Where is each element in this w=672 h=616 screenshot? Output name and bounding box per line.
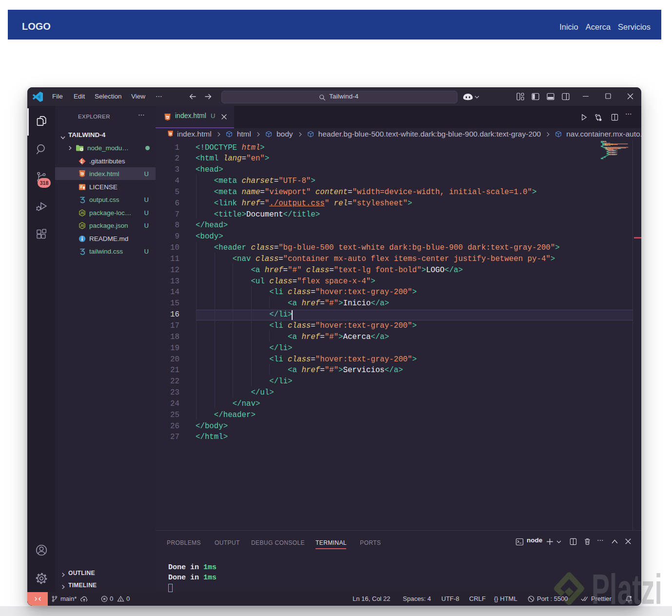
svg-text:JS: JS <box>80 224 84 227</box>
svg-text:JS: JS <box>80 211 84 215</box>
